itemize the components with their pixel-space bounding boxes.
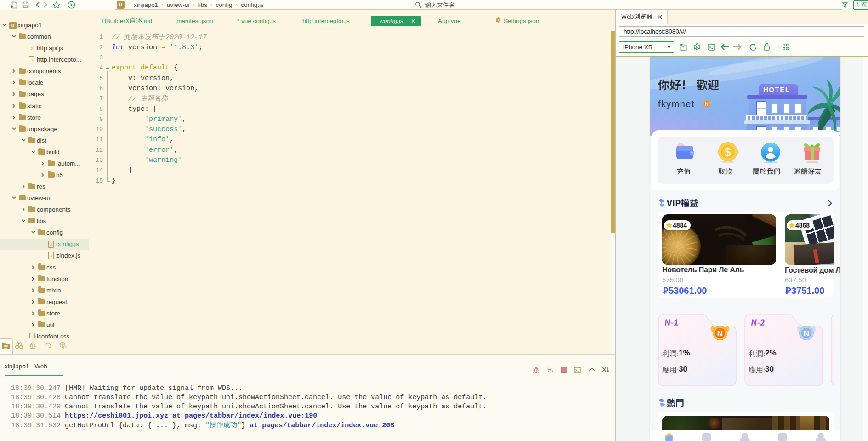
svg-text:N: N: [705, 102, 708, 107]
svg-text:N: N: [804, 329, 809, 338]
svg-text:$: $: [725, 146, 731, 158]
svg-text:N: N: [717, 329, 723, 338]
